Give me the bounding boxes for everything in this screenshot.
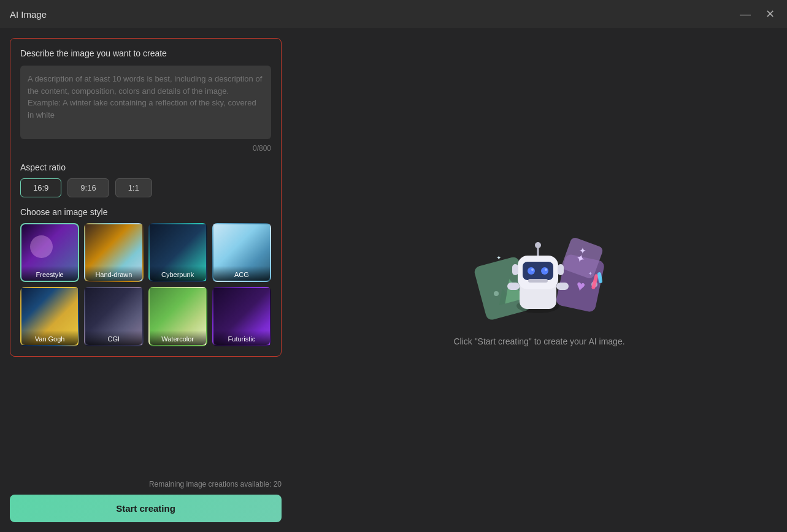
robot-svg: ♥ ✦ <box>459 214 619 336</box>
style-acg[interactable]: ACG <box>212 223 271 282</box>
svg-point-13 <box>531 268 534 271</box>
char-count: 0/800 <box>20 144 271 153</box>
svg-rect-20 <box>507 283 520 290</box>
window-title: AI Image <box>10 9 47 20</box>
svg-point-26 <box>494 291 499 296</box>
left-panel: Describe the image you want to create 0/… <box>0 28 291 532</box>
aspect-ratio-buttons: 16:9 9:16 1:1 <box>20 178 271 197</box>
main-content: Describe the image you want to create 0/… <box>0 28 787 532</box>
minimize-button[interactable]: — <box>737 7 753 21</box>
svg-rect-21 <box>556 283 569 290</box>
ai-image-window: AI Image — ✕ Describe the image you want… <box>0 0 787 532</box>
style-grid: Freestyle Hand-drawn Cyberpunk ACG <box>20 223 271 346</box>
remaining-text: Remaining image creations available: 20 <box>10 480 282 488</box>
titlebar: AI Image — ✕ <box>0 0 787 28</box>
right-panel: ♥ ✦ <box>291 28 787 532</box>
svg-point-12 <box>541 267 548 275</box>
svg-rect-17 <box>558 264 564 275</box>
style-handdrawn[interactable]: Hand-drawn <box>84 223 143 282</box>
style-futuristic[interactable]: Futuristic <box>212 287 271 346</box>
svg-point-19 <box>535 242 541 248</box>
ratio-btn-9-16[interactable]: 9:16 <box>67 178 109 197</box>
svg-rect-16 <box>512 264 518 275</box>
describe-label: Describe the image you want to create <box>20 48 271 58</box>
start-creating-button[interactable]: Start creating <box>10 495 282 522</box>
style-label: Choose an image style <box>20 207 271 217</box>
svg-rect-15 <box>528 279 548 283</box>
close-button[interactable]: ✕ <box>763 7 777 21</box>
aspect-ratio-label: Aspect ratio <box>20 162 271 172</box>
svg-rect-10 <box>523 262 553 280</box>
style-watercolor[interactable]: Watercolor <box>148 287 207 346</box>
robot-illustration: ♥ ✦ <box>459 214 619 336</box>
svg-point-11 <box>528 267 535 275</box>
ratio-btn-1-1[interactable]: 1:1 <box>115 178 152 197</box>
window-controls: — ✕ <box>737 7 777 21</box>
style-vangogh[interactable]: Van Gogh <box>20 287 79 346</box>
style-freestyle[interactable]: Freestyle <box>20 223 79 282</box>
svg-text:✦: ✦ <box>496 254 501 261</box>
style-cyberpunk[interactable]: Cyberpunk <box>148 223 207 282</box>
svg-point-14 <box>545 268 547 271</box>
empty-state-text: Click "Start creating" to create your AI… <box>453 336 624 346</box>
svg-text:✦: ✦ <box>588 271 593 276</box>
svg-text:✦: ✦ <box>579 246 586 256</box>
bottom-section: Remaining image creations available: 20 … <box>10 475 282 522</box>
form-section: Describe the image you want to create 0/… <box>10 38 282 357</box>
ratio-btn-16-9[interactable]: 16:9 <box>20 178 61 197</box>
description-input[interactable] <box>20 66 271 139</box>
style-cgi[interactable]: CGI <box>84 287 143 346</box>
